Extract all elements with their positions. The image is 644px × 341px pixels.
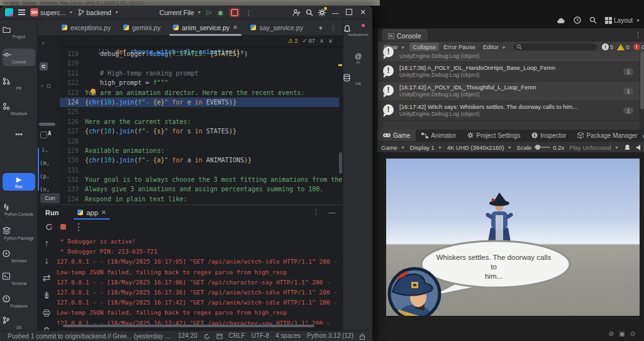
console-entry[interactable]: ! UnityEngine.Debug:Log (object)	[378, 52, 640, 62]
editor-scrollbar[interactable]	[338, 36, 342, 204]
stripe-item-structure[interactable]: Structure	[3, 100, 35, 118]
intention-bulb-icon[interactable]	[91, 89, 96, 94]
run-console-hscrollbar[interactable]	[63, 325, 314, 327]
add-user-icon[interactable]	[292, 8, 301, 16]
mute-icon[interactable]	[624, 143, 631, 151]
run-toolbar-more-icon[interactable]: ⋮	[74, 221, 84, 233]
tab-exceptions[interactable]: exceptions.py	[55, 20, 117, 36]
stripe-item-pr[interactable]: PR	[3, 75, 35, 92]
stripe-item-db[interactable]: DB	[343, 74, 373, 86]
console-entry[interactable]: ! [16:17:36] A_POLY_IDL_HandsOnHips_Base…	[378, 62, 640, 82]
interpreter[interactable]: Python 3.12 (12)	[307, 332, 353, 339]
caret-position[interactable]: 124:20	[178, 332, 197, 339]
titlebar-more-icon[interactable]: ⋮	[245, 9, 252, 16]
next-issue-icon[interactable]: ∨	[328, 37, 333, 44]
console-entry[interactable]: ! [16:17:42] A_POLY_IDL_Thoughtful_L_Loo…	[378, 82, 640, 101]
display-selector[interactable]: Display 1▼	[410, 144, 442, 151]
project-selector[interactable]: SH superc...▼	[30, 8, 73, 16]
stats-icon[interactable]: ▣	[619, 330, 625, 337]
menu-icon[interactable]	[18, 9, 25, 15]
commit-button[interactable]: Con	[40, 193, 60, 203]
commit-file-fragment[interactable]: (p,	[40, 173, 50, 179]
soft-wrap-icon[interactable]: ⇄	[42, 272, 50, 284]
game-view-selector[interactable]: Game▼	[381, 144, 405, 151]
stop-process-icon[interactable]	[60, 224, 66, 230]
code-line[interactable]: 125	[60, 107, 339, 116]
commit-file-fragment[interactable]: (o,	[40, 186, 50, 193]
code-line[interactable]: 130{chr(10).join(f"- {a}" for a in ANIMA…	[60, 155, 339, 165]
code-line[interactable]: 123You are an animation director. Here a…	[60, 88, 339, 98]
code-line[interactable]: 129Available animations:	[60, 146, 339, 155]
run-more-icon[interactable]: ⋮	[313, 208, 319, 216]
up-stack-icon[interactable]: ↑	[44, 238, 49, 249]
tab-anim-service[interactable]: anim_service.py ✕	[167, 20, 244, 36]
scrollbar-thumb[interactable]	[339, 152, 342, 174]
console-tab[interactable]: Console	[382, 30, 428, 42]
resolution-selector[interactable]: 4K UHD (3840x2160)▼	[447, 144, 512, 151]
unity-tab-project-settings[interactable]: Project Settings	[462, 130, 526, 141]
lock-icon[interactable]	[360, 332, 365, 339]
prev-issue-icon[interactable]: ∧	[319, 37, 324, 44]
cloud-icon[interactable]	[556, 17, 565, 24]
ok-icon[interactable]: ⊙	[630, 330, 635, 337]
gizmos-icon[interactable]: ⊘	[609, 330, 614, 337]
commit-tree-node[interactable]: C	[40, 62, 48, 70]
indent-setting[interactable]: 4 spaces	[275, 332, 301, 339]
tree-chevron-icon[interactable]: › ▢	[40, 82, 50, 89]
status-message[interactable]: Pushed 1 commit to origin/backend // Gre…	[8, 333, 172, 340]
stripe-item-services[interactable]: Services	[3, 247, 35, 265]
scale-knob[interactable]	[535, 145, 540, 150]
code-line[interactable]: 127{chr(10).join(f"- {s}" for s in STATE…	[60, 126, 339, 136]
stripe-item-problems[interactable]: Problems	[3, 293, 35, 310]
tab-gemini[interactable]: gemini.py	[117, 20, 167, 36]
console-entry[interactable]: ! [16:17:42] Witch says: Whiskers settle…	[378, 101, 640, 121]
debug-button[interactable]	[217, 8, 224, 16]
commit-checkbox[interactable]	[40, 131, 47, 138]
stripe-item-git[interactable]: Git	[3, 314, 35, 332]
stripe-item-run[interactable]: ▶ Run	[3, 173, 35, 191]
console-search-input[interactable]	[514, 43, 597, 50]
console-more-icon[interactable]: ⋮	[635, 31, 641, 39]
stripe-item-project[interactable]: Project	[3, 23, 35, 41]
code-line[interactable]: 121 # High-temp ranking prompt	[60, 69, 339, 78]
refresh-icon[interactable]	[204, 332, 210, 339]
minimize-button[interactable]: —	[331, 9, 340, 16]
code-line[interactable]: 120	[60, 59, 339, 68]
stripe-item-commit[interactable]: Commit	[3, 48, 35, 66]
stripe-item-python-console[interactable]: Python Console	[3, 201, 35, 218]
editor-filter-button[interactable]: Editor ▼	[480, 43, 509, 51]
tab-say-service[interactable]: say_service.py	[244, 20, 309, 36]
warning-count[interactable]: 0	[617, 43, 629, 50]
encoding[interactable]: UTF-8	[252, 332, 269, 339]
history-icon[interactable]	[574, 16, 581, 24]
stripe-item-notifications[interactable]: Notifications	[343, 25, 373, 36]
unity-tab-package-manager[interactable]: Package Manager	[572, 130, 643, 141]
run-console-output[interactable]: * Debugger is active! * Debugger PIN: 21…	[57, 237, 340, 325]
scale-slider[interactable]: Scale 0.2x	[517, 144, 565, 151]
tab-close-icon[interactable]: ✕	[233, 24, 238, 31]
code-line[interactable]: 126Here are the current states:	[60, 117, 339, 126]
code-line[interactable]: 131	[60, 165, 339, 175]
commit-file-fragment[interactable]: i,	[42, 147, 48, 153]
layout-selector[interactable]: Layout ▼	[605, 17, 640, 24]
stripe-item-terminal[interactable]: Terminal	[3, 270, 35, 288]
rerun-icon[interactable]	[45, 221, 53, 232]
console-scrollbar[interactable]: ▼	[640, 52, 644, 130]
run-tab-close-icon[interactable]: ✕	[101, 209, 106, 216]
tree-chevron-icon[interactable]: ›	[42, 40, 45, 46]
play-unfocused-selector[interactable]: Play Unfocused▼	[569, 144, 618, 151]
tabs-chevron-down-icon[interactable]: ▾	[319, 24, 322, 31]
stripe-item-python-package[interactable]: Python Package	[3, 225, 35, 242]
commit-file-fragment[interactable]: (m,	[40, 160, 50, 166]
unity-tab-inspector[interactable]: Inspector	[526, 130, 572, 141]
speaker-icon[interactable]	[636, 143, 643, 151]
code-line[interactable]: 119 debug_logger.debug(f"STATES: {STATES…	[60, 49, 339, 59]
maximize-button[interactable]	[345, 9, 353, 16]
error-count[interactable]: !0	[633, 43, 644, 50]
warning-stripe-mark[interactable]	[338, 64, 342, 66]
print-icon[interactable]	[43, 307, 50, 318]
error-pause-button[interactable]: Error Pause	[440, 43, 479, 51]
run-tab-app[interactable]: app ✕	[74, 205, 110, 220]
branch-selector[interactable]: backend▼	[78, 9, 119, 16]
close-button[interactable]: ✕	[358, 8, 367, 16]
